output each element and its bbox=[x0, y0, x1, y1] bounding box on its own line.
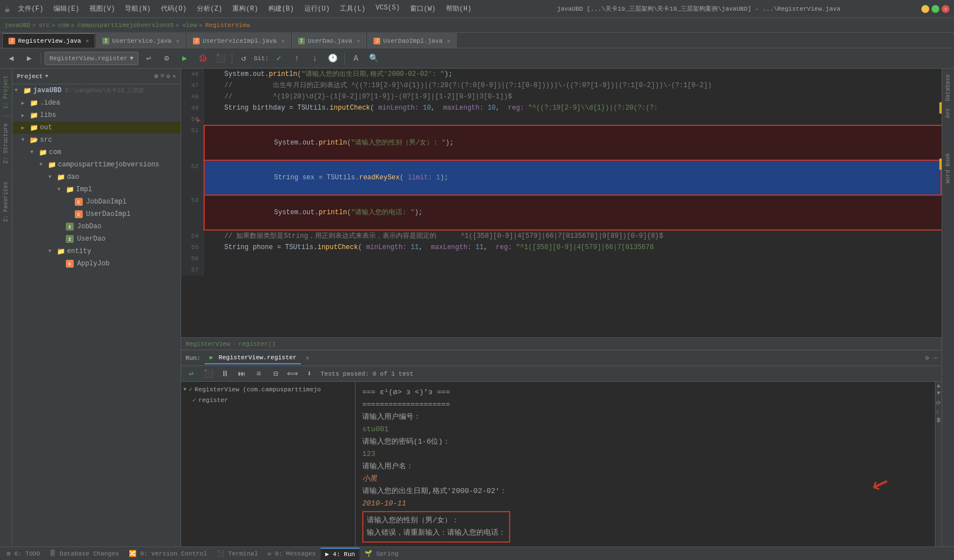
run-pause-btn[interactable]: ⏸ bbox=[217, 366, 233, 382]
sidebar-settings-icon[interactable]: ⚙ bbox=[166, 73, 170, 80]
breadcrumb-method[interactable]: register() bbox=[238, 341, 276, 347]
menu-nav[interactable]: 导航(N) bbox=[120, 2, 155, 16]
bottom-tab-db[interactable]: 🗄 Database Changes bbox=[45, 548, 123, 560]
stop-button[interactable]: ⬛ bbox=[213, 51, 228, 66]
git-check-button[interactable]: ✓ bbox=[271, 51, 287, 66]
run-tree-method[interactable]: ✓ register bbox=[183, 395, 353, 405]
menu-file[interactable]: 文件(F) bbox=[14, 2, 48, 16]
refresh-button[interactable]: ↩ bbox=[141, 51, 156, 66]
database-tab[interactable]: Database bbox=[944, 71, 952, 105]
tree-item-idea[interactable]: ▶ 📁 .idea bbox=[12, 97, 181, 109]
tab-close-userDaoImpl[interactable]: ✕ bbox=[447, 38, 451, 44]
favorites-panel-tab[interactable]: 2: Favorites bbox=[2, 179, 10, 224]
bc-view[interactable]: view bbox=[182, 22, 197, 29]
tree-item-javaUBD[interactable]: ▼ 📁 javaUBD E:\yangzhou\关卡19_三层架 bbox=[12, 84, 181, 97]
run-settings-icon[interactable]: ⚙ bbox=[925, 354, 929, 362]
tree-item-dao[interactable]: ▼ 📁 dao bbox=[12, 171, 181, 183]
tab-registerView[interactable]: J RegisterView.java ✕ bbox=[2, 33, 95, 48]
sidebar-expand-icon[interactable]: ≡ bbox=[160, 73, 164, 80]
tree-item-jobDao[interactable]: ▶ I JobDao bbox=[12, 220, 181, 233]
build-button[interactable]: ⚙ bbox=[159, 51, 174, 66]
bottom-tab-spring[interactable]: 🌱 Spring bbox=[360, 548, 403, 560]
back-button[interactable]: ◀ bbox=[3, 51, 19, 66]
structure-panel-tab[interactable]: Z: Structure bbox=[2, 121, 10, 166]
run-rerun-btn[interactable]: ↩ bbox=[183, 366, 199, 382]
search-button[interactable]: 🔍 bbox=[366, 51, 382, 66]
ant-tab[interactable]: Ant bbox=[944, 105, 952, 121]
menu-refactor[interactable]: 重构(R) bbox=[228, 2, 263, 16]
menu-help[interactable]: 帮助(H) bbox=[442, 2, 476, 16]
run-button[interactable]: ▶ bbox=[177, 51, 192, 66]
sidebar-close-icon[interactable]: ✕ bbox=[172, 73, 176, 80]
bottom-tab-run[interactable]: ▶ 4: Run bbox=[321, 548, 359, 560]
wordbook-tab[interactable]: Word Book bbox=[944, 150, 952, 187]
bottom-tab-vc[interactable]: 🔀 9: Version Control bbox=[124, 548, 212, 560]
minimize-button[interactable]: ─ bbox=[921, 5, 929, 13]
code-editor[interactable]: ➤ 46 System.out.println("请输入您的出生日期,格式'20… bbox=[181, 69, 942, 350]
sidebar-locate-icon[interactable]: ⊕ bbox=[155, 73, 159, 80]
bc-com[interactable]: com bbox=[58, 22, 69, 29]
scroll-down-arrow[interactable]: ▼ bbox=[937, 390, 940, 396]
tab-close-registerView[interactable]: ✕ bbox=[86, 38, 89, 44]
tab-close-userService[interactable]: ✕ bbox=[176, 38, 179, 44]
run-import-btn[interactable]: ⬇ bbox=[302, 366, 317, 382]
bottom-tab-terminal[interactable]: ⬛ Terminal bbox=[212, 548, 262, 560]
close-button[interactable]: ✕ bbox=[942, 5, 950, 13]
tab-userDaoImpl[interactable]: J UserDaoImpl.java ✕ bbox=[367, 33, 457, 48]
tab-userDao[interactable]: I UserDao.java ✕ bbox=[292, 33, 366, 48]
project-panel-tab[interactable]: 1: Project bbox=[2, 73, 10, 111]
git-history-button[interactable]: 🕐 bbox=[325, 51, 341, 66]
tree-item-userDaoImpl[interactable]: ▶ C UserDaoImpl bbox=[12, 208, 181, 220]
tab-userServiceImpl[interactable]: J UserServiceImpl.java ✕ bbox=[187, 33, 291, 48]
scroll-btn-2[interactable]: ⇧ bbox=[936, 408, 942, 415]
bc-package[interactable]: campusparttimejobversions5 bbox=[78, 22, 174, 29]
run-filter-btn[interactable]: ⊟ bbox=[268, 366, 284, 382]
scroll-btn-1[interactable]: ⟳ bbox=[936, 400, 942, 407]
menu-code[interactable]: 代码(O) bbox=[156, 2, 191, 16]
run-step-btn[interactable]: ≡ bbox=[251, 366, 267, 382]
bottom-tab-messages[interactable]: ✉ 0: Messages bbox=[263, 548, 321, 560]
run-tab-close[interactable]: ✕ bbox=[305, 354, 309, 362]
run-sort-btn[interactable]: ⟺ bbox=[285, 366, 300, 382]
bottom-tab-todo[interactable]: ⊞ 6: TODO bbox=[2, 548, 44, 560]
tab-userService[interactable]: I UserService.java ✕ bbox=[96, 33, 186, 48]
tree-item-userDao[interactable]: ▶ I UserDao bbox=[12, 233, 181, 245]
git-pull-button[interactable]: ↓ bbox=[307, 51, 323, 66]
run-tab-registerView[interactable]: ▶ RegisterView.register bbox=[205, 351, 301, 364]
run-stop-btn[interactable]: ⬛ bbox=[200, 366, 216, 382]
debug-button[interactable]: 🐞 bbox=[195, 51, 210, 66]
run-output-panel[interactable]: === ε¹(ø> з <)ᶠз === ===================… bbox=[356, 382, 935, 547]
tree-item-campusparttimejobversions[interactable]: ▼ 📁 campusparttimejobversions bbox=[12, 159, 181, 171]
menu-build[interactable]: 构建(B) bbox=[264, 2, 299, 16]
scroll-btn-3[interactable]: 🗑 bbox=[936, 417, 942, 423]
tree-item-jobDaoImpl[interactable]: ▶ C JobDaoImpl bbox=[12, 196, 181, 208]
tab-close-userDao[interactable]: ✕ bbox=[357, 38, 360, 44]
menu-tools[interactable]: 工具(L) bbox=[335, 2, 370, 16]
run-panel-minimize[interactable]: ─ bbox=[933, 355, 937, 362]
menu-window[interactable]: 窗口(W) bbox=[406, 2, 440, 16]
menu-run[interactable]: 运行(U) bbox=[300, 2, 335, 16]
git-update-button[interactable]: ↺ bbox=[236, 51, 251, 66]
tree-item-libs[interactable]: ▶ 📁 libs bbox=[12, 109, 181, 121]
run-tree-root[interactable]: ▼ ✓ RegisterView (com.campusparttimejo bbox=[183, 384, 353, 395]
tree-item-applyJob[interactable]: ▶ C ApplyJob bbox=[12, 258, 181, 270]
menu-analyze[interactable]: 分析(Z) bbox=[192, 2, 227, 16]
menu-view[interactable]: 视图(V) bbox=[85, 2, 120, 16]
tree-item-out[interactable]: ▶ 📁 out bbox=[12, 121, 181, 134]
menu-edit[interactable]: 编辑(E) bbox=[49, 2, 84, 16]
forward-button[interactable]: ▶ bbox=[21, 51, 37, 66]
tree-item-entity[interactable]: ▼ 📁 entity bbox=[12, 245, 181, 258]
scroll-up-arrow[interactable]: ▲ bbox=[937, 383, 940, 389]
maximize-button[interactable]: □ bbox=[932, 5, 939, 13]
run-config-selector[interactable]: RegisterView.register ▼ bbox=[44, 52, 138, 65]
bc-file[interactable]: RegisterView bbox=[205, 22, 250, 29]
git-push-button[interactable]: ↑ bbox=[289, 51, 305, 66]
menu-vcs[interactable]: VCS(S) bbox=[371, 2, 404, 16]
run-resume-btn[interactable]: ⏭ bbox=[234, 366, 250, 382]
bc-src[interactable]: src bbox=[39, 22, 50, 29]
breadcrumb-class[interactable]: RegisterView bbox=[186, 341, 230, 347]
tree-item-impl[interactable]: ▼ 📁 Impl bbox=[12, 183, 181, 196]
tree-item-com[interactable]: ▼ 📁 com bbox=[12, 146, 181, 159]
translate-button[interactable]: A bbox=[348, 51, 364, 66]
tab-close-userServiceImpl[interactable]: ✕ bbox=[281, 38, 285, 44]
